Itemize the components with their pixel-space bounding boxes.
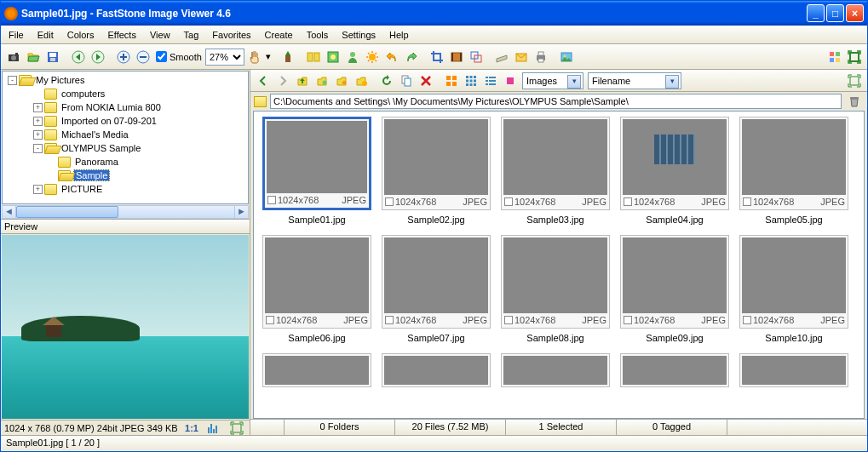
tree-node[interactable]: Sample xyxy=(6,169,244,182)
skins-icon[interactable] xyxy=(825,48,844,66)
tree-node-root[interactable]: - My Pictures xyxy=(6,73,244,87)
tag-checkbox[interactable] xyxy=(267,196,276,204)
person-icon[interactable] xyxy=(343,48,362,66)
fit-icon[interactable] xyxy=(227,419,246,438)
thumbnail[interactable]: 1024x768JPEGSample09.jpg xyxy=(620,235,729,343)
path-display[interactable]: C:\Documents and Settings\ \My Documents… xyxy=(270,94,842,109)
save-icon[interactable] xyxy=(43,48,62,66)
minimize-button[interactable]: _ xyxy=(807,4,825,22)
menu-colors[interactable]: Colors xyxy=(61,27,101,43)
tree-node[interactable]: computers xyxy=(6,87,244,100)
tree-node[interactable]: -OLYMPUS Sample xyxy=(6,141,244,155)
wallpaper-icon[interactable] xyxy=(557,48,576,66)
tree-node[interactable]: Panorama xyxy=(6,155,244,169)
copy-icon[interactable] xyxy=(397,72,416,90)
menu-view[interactable]: View xyxy=(144,27,176,43)
crop-icon[interactable] xyxy=(428,48,446,66)
view-list-icon[interactable] xyxy=(481,72,500,90)
close-button[interactable]: × xyxy=(846,4,864,22)
hand-icon[interactable] xyxy=(245,48,264,66)
tag-checkbox[interactable] xyxy=(385,197,394,206)
scroll-right-icon[interactable]: ► xyxy=(234,206,248,218)
favorites-icon[interactable] xyxy=(332,72,351,90)
smooth-checkbox[interactable] xyxy=(156,51,167,62)
view-grid-icon[interactable] xyxy=(462,72,480,90)
tag-checkbox[interactable] xyxy=(743,316,751,324)
preview-image[interactable] xyxy=(2,235,249,419)
zoom-out-icon[interactable] xyxy=(134,48,152,66)
delete-icon[interactable] xyxy=(417,72,435,90)
menu-file[interactable]: File xyxy=(3,27,30,43)
resize-icon[interactable] xyxy=(467,48,486,66)
thumbnail[interactable]: 1024x768JPEGSample06.jpg xyxy=(262,235,371,343)
scroll-thumb[interactable] xyxy=(16,206,118,218)
tag-checkbox[interactable] xyxy=(624,197,632,206)
menu-create[interactable]: Create xyxy=(259,27,299,43)
view-thumbs-icon[interactable] xyxy=(442,72,461,90)
thumbnail[interactable]: 1024x768JPEGSample10.jpg xyxy=(739,235,848,343)
back-icon[interactable] xyxy=(254,72,273,90)
tag-checkbox[interactable] xyxy=(385,316,394,324)
folder-tree[interactable]: - My Pictures computers+From NOKIA Lumia… xyxy=(2,71,249,204)
tree-node[interactable]: +Michael's Media xyxy=(6,128,244,141)
new-folder-icon[interactable] xyxy=(352,72,371,90)
menu-edit[interactable]: Edit xyxy=(32,27,60,43)
home-icon[interactable] xyxy=(313,72,331,90)
tree-node[interactable]: +From NOKIA Lumia 800 xyxy=(6,100,244,114)
tree-hscrollbar[interactable]: ◄ ► xyxy=(2,205,249,219)
thumbnail[interactable]: 1024x768JPEGSample01.jpg xyxy=(262,117,371,225)
dropdown-arrow-icon[interactable]: ▾ xyxy=(265,48,272,66)
fullscreen-browse-icon[interactable] xyxy=(845,72,864,90)
menu-favorites[interactable]: Favorites xyxy=(206,27,256,43)
trash-icon[interactable] xyxy=(845,92,864,111)
thumbnail[interactable] xyxy=(739,353,848,387)
thumbnail[interactable]: 1024x768JPEGSample08.jpg xyxy=(501,235,610,343)
acquire-icon[interactable] xyxy=(4,48,23,66)
histogram-icon[interactable] xyxy=(204,419,222,438)
menu-tag[interactable]: Tag xyxy=(178,27,205,43)
undo-icon[interactable] xyxy=(382,48,401,66)
tag-checkbox[interactable] xyxy=(504,197,513,206)
thumbnail-grid[interactable]: 1024x768JPEGSample01.jpg1024x768JPEGSamp… xyxy=(253,111,865,419)
compare-icon[interactable] xyxy=(304,48,323,66)
thumbnail[interactable]: 1024x768JPEGSample02.jpg xyxy=(382,117,491,225)
view-tag-icon[interactable] xyxy=(501,72,520,90)
menu-settings[interactable]: Settings xyxy=(336,27,382,43)
menu-tools[interactable]: Tools xyxy=(301,27,335,43)
print-icon[interactable] xyxy=(532,48,550,66)
thumbnail[interactable]: 1024x768JPEGSample07.jpg xyxy=(382,235,491,343)
tree-node[interactable]: +Imported on 07-09-201 xyxy=(6,114,244,128)
thumbnail[interactable] xyxy=(501,353,610,387)
menu-effects[interactable]: Effects xyxy=(102,27,142,43)
thumbnail[interactable]: 1024x768JPEGSample05.jpg xyxy=(739,117,848,225)
redo-icon[interactable] xyxy=(402,48,421,66)
open-icon[interactable] xyxy=(24,48,43,66)
thumbnail[interactable]: 1024x768JPEGSample04.jpg xyxy=(620,117,729,225)
tree-node[interactable]: +PICTURE xyxy=(6,182,244,196)
scroll-left-icon[interactable]: ◄ xyxy=(3,206,16,218)
thumbnail[interactable] xyxy=(382,353,491,387)
thumbnail[interactable] xyxy=(620,353,729,387)
adjust-icon[interactable] xyxy=(324,48,342,66)
next-icon[interactable] xyxy=(89,48,107,66)
tag-checkbox[interactable] xyxy=(743,197,751,206)
filter-type-select[interactable]: Images xyxy=(522,72,583,89)
maximize-button[interactable]: □ xyxy=(826,4,844,22)
forward-icon[interactable] xyxy=(273,72,292,90)
thumbnail[interactable] xyxy=(262,353,371,387)
fullscreen-icon[interactable] xyxy=(845,48,864,66)
email-icon[interactable] xyxy=(512,48,531,66)
zoom-in-icon[interactable] xyxy=(114,48,133,66)
slideshow-icon[interactable] xyxy=(279,48,297,66)
zoom-select[interactable]: 27% xyxy=(205,49,244,66)
tag-checkbox[interactable] xyxy=(266,316,274,324)
sun-icon[interactable] xyxy=(363,48,382,66)
tag-checkbox[interactable] xyxy=(504,316,513,324)
up-icon[interactable] xyxy=(293,72,312,90)
filmstrip-icon[interactable] xyxy=(447,48,466,66)
menu-help[interactable]: Help xyxy=(383,27,415,43)
refresh-icon[interactable] xyxy=(377,72,396,90)
ratio-label[interactable]: 1:1 xyxy=(185,423,198,433)
sort-select[interactable]: Filename xyxy=(588,72,681,89)
prev-icon[interactable] xyxy=(69,48,88,66)
